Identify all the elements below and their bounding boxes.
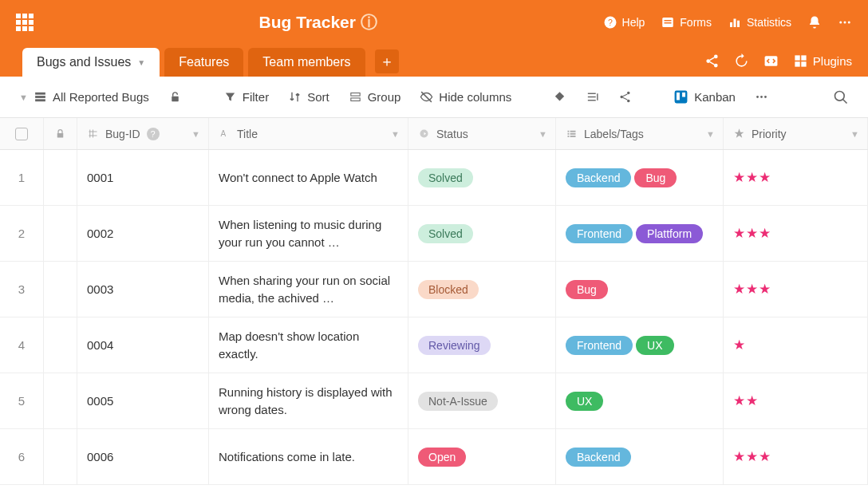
tab-features[interactable]: Features	[164, 48, 243, 77]
table-row[interactable]: 50005Running history is displayed with w…	[0, 373, 868, 429]
cell-status[interactable]: Solved	[408, 150, 556, 205]
view-dropdown[interactable]: ▼ All Reported Bugs	[13, 86, 156, 108]
cell-labels[interactable]: Backend	[556, 429, 724, 484]
search-icon	[833, 89, 849, 105]
svg-point-35	[756, 96, 759, 98]
sort-button[interactable]: Sort	[282, 86, 336, 108]
table-row[interactable]: 60006Notifications come in late.OpenBack…	[0, 429, 868, 485]
statistics-link[interactable]: Statistics	[728, 15, 791, 30]
cell-labels[interactable]: UX	[556, 373, 724, 428]
help-link[interactable]: ? Help	[603, 15, 645, 30]
cell-bug-id[interactable]: 0005	[77, 373, 209, 428]
search-button[interactable]	[827, 85, 855, 109]
cell-status[interactable]: Open	[408, 429, 556, 484]
row-height-button[interactable]	[579, 86, 606, 108]
table-row[interactable]: 20002When listening to music during your…	[0, 206, 868, 262]
hide-columns-button[interactable]: Hide columns	[413, 86, 518, 108]
chevron-down-icon[interactable]: ▼	[191, 129, 200, 139]
cell-priority[interactable]: ★★	[724, 373, 868, 428]
cell-status[interactable]: Reviewing	[408, 317, 556, 373]
cell-priority[interactable]: ★	[724, 317, 868, 373]
chevron-down-icon[interactable]: ▼	[539, 129, 547, 139]
cell-labels[interactable]: FrontendUX	[556, 317, 724, 373]
col-select[interactable]	[0, 118, 44, 149]
bell-icon[interactable]	[807, 15, 822, 30]
apps-grid-icon[interactable]	[16, 14, 34, 31]
col-bug-id[interactable]: Bug-ID ? ▼	[77, 118, 209, 149]
chevron-down-icon[interactable]: ▼	[706, 129, 715, 139]
chevron-down-icon[interactable]: ▼	[850, 129, 859, 139]
priority-stars: ★★	[733, 392, 759, 409]
plugins-link[interactable]: Plugins	[793, 53, 852, 69]
code-icon[interactable]	[763, 53, 779, 69]
table-row[interactable]: 10001Won't connect to Apple WatchSolvedB…	[0, 150, 868, 206]
svg-rect-16	[801, 55, 806, 60]
cell-bug-id[interactable]: 0001	[77, 150, 209, 205]
tab-team-members[interactable]: Team members	[248, 48, 365, 77]
forms-icon	[661, 15, 675, 30]
add-tab-button[interactable]: ＋	[375, 49, 399, 73]
col-status[interactable]: Status ▼	[408, 118, 556, 149]
cell-priority[interactable]: ★★★	[724, 262, 868, 317]
filter-button[interactable]: Filter	[217, 86, 275, 108]
share-view-button[interactable]	[612, 86, 638, 108]
svg-rect-45	[568, 136, 570, 137]
eye-off-icon	[420, 90, 433, 104]
trello-icon	[673, 89, 688, 105]
col-lock[interactable]	[44, 118, 77, 149]
tab-bugs-and-issues[interactable]: Bugs and Issues▼	[22, 48, 160, 77]
table-row[interactable]: 30003When sharing your run on social med…	[0, 262, 868, 317]
cell-labels[interactable]: BackendBug	[556, 150, 724, 205]
svg-rect-26	[588, 93, 596, 94]
cell-priority[interactable]: ★★★	[724, 206, 868, 261]
toolbar: ▼ All Reported Bugs Filter Sort Group Hi…	[0, 77, 868, 118]
cell-title[interactable]: Won't connect to Apple Watch	[209, 150, 408, 205]
cell-bug-id[interactable]: 0003	[77, 262, 209, 317]
app-header: Bug Trackerⓘ ? Help Forms Statistics	[0, 0, 868, 45]
row-number: 3	[0, 262, 44, 317]
col-priority[interactable]: Priority ▼	[724, 118, 868, 149]
help-icon: ?	[603, 15, 617, 30]
svg-rect-17	[795, 61, 799, 66]
kanban-button[interactable]: Kanban	[667, 85, 742, 108]
cell-bug-id[interactable]: 0002	[77, 206, 209, 261]
cell-status[interactable]: Solved	[408, 206, 556, 261]
color-button[interactable]	[546, 86, 573, 108]
svg-point-37	[764, 96, 767, 98]
status-pill: Not-A-Issue	[418, 392, 498, 411]
share-icon[interactable]	[704, 53, 720, 69]
toolbar-more-button[interactable]	[748, 86, 775, 108]
svg-point-10	[848, 22, 850, 24]
chevron-down-icon[interactable]: ▼	[391, 129, 400, 139]
col-title[interactable]: A Title ▼	[209, 118, 408, 149]
group-button[interactable]: Group	[342, 86, 408, 108]
table-row[interactable]: 40004Map doesn't show location exactly.R…	[0, 317, 868, 373]
cell-status[interactable]: Blocked	[408, 262, 556, 317]
cell-bug-id[interactable]: 0006	[77, 429, 209, 484]
cell-bug-id[interactable]: 0004	[77, 317, 209, 373]
help-badge-icon[interactable]: ?	[147, 128, 160, 140]
cell-title[interactable]: Notifications come in late.	[209, 429, 408, 484]
cell-labels[interactable]: Bug	[556, 262, 724, 317]
cell-title[interactable]: When sharing your run on social media, t…	[209, 262, 408, 317]
more-dots-icon[interactable]	[838, 15, 852, 30]
cell-title[interactable]: Map doesn't show location exactly.	[209, 317, 408, 373]
svg-rect-44	[568, 133, 570, 135]
svg-point-38	[835, 91, 845, 101]
col-labels[interactable]: Labels/Tags ▼	[556, 118, 724, 149]
info-icon[interactable]: ⓘ	[361, 13, 377, 31]
history-icon[interactable]	[734, 53, 749, 69]
select-all-checkbox[interactable]	[15, 128, 28, 140]
forms-link[interactable]: Forms	[661, 15, 712, 30]
multiselect-col-icon	[566, 128, 578, 140]
unlock-button[interactable]	[162, 86, 188, 108]
svg-text:A: A	[221, 129, 227, 138]
cell-status[interactable]: Not-A-Issue	[408, 373, 556, 428]
cell-priority[interactable]: ★★★	[724, 150, 868, 205]
cell-priority[interactable]: ★★★	[724, 429, 868, 484]
cell-labels[interactable]: FrontendPlattform	[556, 206, 724, 261]
tag-bug: Bug	[566, 280, 608, 299]
cell-title[interactable]: When listening to music during your run …	[209, 206, 408, 261]
cell-title[interactable]: Running history is displayed with wrong …	[209, 373, 408, 428]
svg-point-9	[844, 22, 846, 24]
